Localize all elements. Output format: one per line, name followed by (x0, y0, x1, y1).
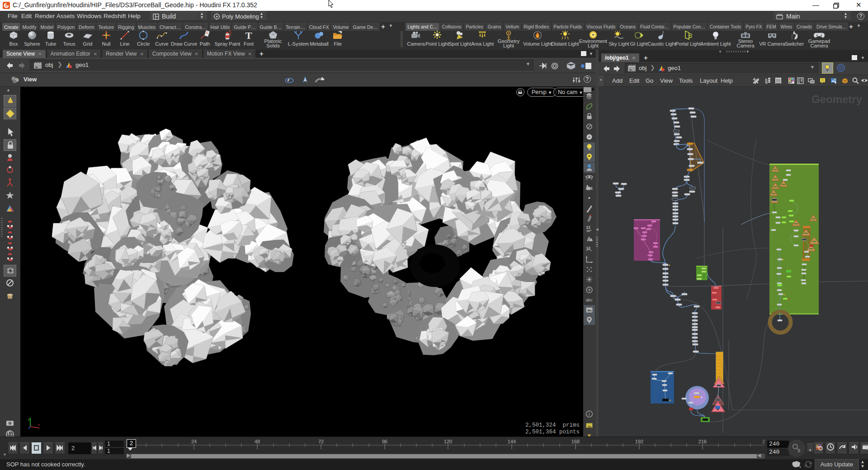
svg-text:144: 144 (508, 439, 516, 444)
svg-text:2: 2 (762, 439, 765, 444)
svg-text:72: 72 (318, 439, 324, 444)
svg-text:12: 12 (586, 226, 591, 230)
svg-text:192: 192 (635, 439, 643, 444)
svg-text:24: 24 (191, 439, 197, 444)
svg-text:y: y (28, 417, 30, 421)
svg-text:168: 168 (571, 439, 580, 444)
svg-text:216: 216 (698, 439, 707, 444)
svg-text:x: x (38, 423, 40, 427)
svg-text:abc: abc (586, 298, 593, 302)
svg-text:48: 48 (255, 439, 260, 444)
svg-text:T: T (245, 30, 252, 41)
svg-text:96: 96 (382, 439, 387, 444)
svg-text:120: 120 (444, 439, 452, 444)
svg-text:i: i (589, 412, 590, 417)
